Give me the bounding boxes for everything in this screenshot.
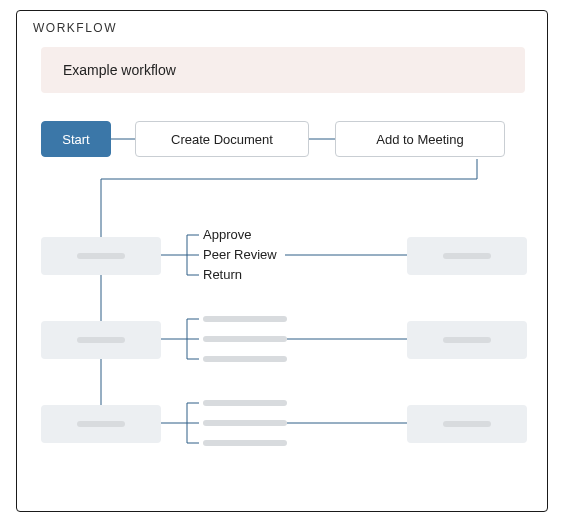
placeholder-icon xyxy=(443,421,491,427)
start-node[interactable]: Start xyxy=(41,121,111,157)
step-node[interactable] xyxy=(41,405,161,443)
placeholder-icon xyxy=(443,337,491,343)
placeholder-icon xyxy=(443,253,491,259)
option-placeholder[interactable] xyxy=(203,336,287,342)
workflow-panel: WORKFLOW Example workflow xyxy=(16,10,548,512)
step-node[interactable] xyxy=(407,237,527,275)
option-placeholder[interactable] xyxy=(203,356,287,362)
step-node[interactable] xyxy=(407,405,527,443)
step-node[interactable] xyxy=(41,237,161,275)
panel-header: WORKFLOW xyxy=(33,21,117,35)
workflow-title-bar: Example workflow xyxy=(41,47,525,93)
add-to-meeting-node[interactable]: Add to Meeting xyxy=(335,121,505,157)
step-node[interactable] xyxy=(41,321,161,359)
placeholder-icon xyxy=(77,253,125,259)
placeholder-icon xyxy=(77,337,125,343)
option-peer-review[interactable]: Peer Review xyxy=(203,247,277,262)
option-return[interactable]: Return xyxy=(203,267,242,282)
option-placeholder[interactable] xyxy=(203,400,287,406)
placeholder-icon xyxy=(77,421,125,427)
option-placeholder[interactable] xyxy=(203,420,287,426)
option-placeholder[interactable] xyxy=(203,440,287,446)
option-placeholder[interactable] xyxy=(203,316,287,322)
create-document-node[interactable]: Create Document xyxy=(135,121,309,157)
step-node[interactable] xyxy=(407,321,527,359)
workflow-title: Example workflow xyxy=(63,62,176,78)
option-approve[interactable]: Approve xyxy=(203,227,251,242)
